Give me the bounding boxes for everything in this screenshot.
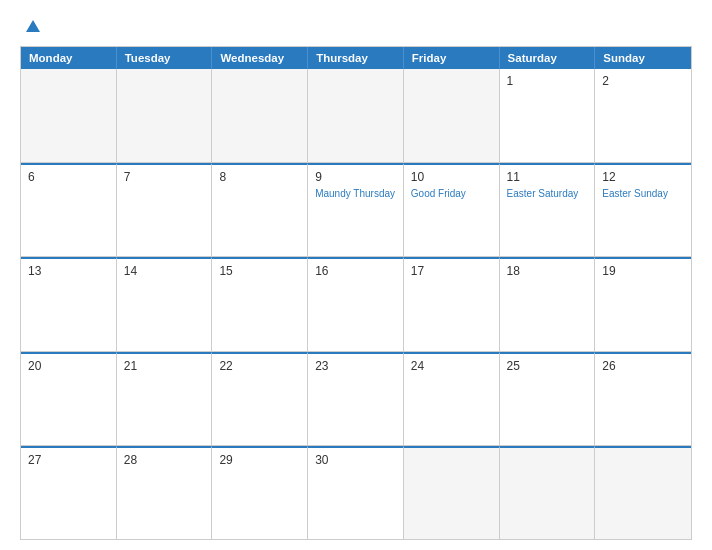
page: MondayTuesdayWednesdayThursdayFridaySatu… (0, 0, 712, 550)
calendar-body: 126789Maundy Thursday10Good Friday11East… (21, 69, 691, 539)
date-number: 21 (124, 359, 205, 373)
date-number: 12 (602, 170, 684, 184)
col-header-friday: Friday (404, 47, 500, 69)
date-number: 19 (602, 264, 684, 278)
cal-cell: 23 (308, 352, 404, 445)
col-header-saturday: Saturday (500, 47, 596, 69)
cal-cell: 8 (212, 163, 308, 256)
date-number: 30 (315, 453, 396, 467)
cal-cell: 24 (404, 352, 500, 445)
cal-cell (308, 69, 404, 162)
date-number: 6 (28, 170, 109, 184)
date-number: 11 (507, 170, 588, 184)
calendar-header: MondayTuesdayWednesdayThursdayFridaySatu… (21, 47, 691, 69)
cal-cell: 28 (117, 446, 213, 539)
cal-cell (595, 446, 691, 539)
cal-cell (212, 69, 308, 162)
date-number: 20 (28, 359, 109, 373)
cal-cell: 6 (21, 163, 117, 256)
svg-marker-0 (26, 20, 40, 32)
cal-cell: 18 (500, 257, 596, 350)
logo-icon (24, 18, 42, 36)
week-row-3: 20212223242526 (21, 352, 691, 446)
date-number: 24 (411, 359, 492, 373)
cal-cell (21, 69, 117, 162)
date-number: 14 (124, 264, 205, 278)
holiday-label: Good Friday (411, 187, 492, 200)
cal-cell: 16 (308, 257, 404, 350)
cal-cell: 19 (595, 257, 691, 350)
cal-cell: 2 (595, 69, 691, 162)
date-number: 9 (315, 170, 396, 184)
cal-cell: 22 (212, 352, 308, 445)
date-number: 1 (507, 74, 588, 88)
cal-cell: 21 (117, 352, 213, 445)
cal-cell: 10Good Friday (404, 163, 500, 256)
calendar: MondayTuesdayWednesdayThursdayFridaySatu… (20, 46, 692, 540)
week-row-2: 13141516171819 (21, 257, 691, 351)
date-number: 16 (315, 264, 396, 278)
cal-cell: 30 (308, 446, 404, 539)
cal-cell: 11Easter Saturday (500, 163, 596, 256)
date-number: 10 (411, 170, 492, 184)
week-row-4: 27282930 (21, 446, 691, 539)
date-number: 2 (602, 74, 684, 88)
date-number: 7 (124, 170, 205, 184)
date-number: 8 (219, 170, 300, 184)
date-number: 17 (411, 264, 492, 278)
cal-cell: 15 (212, 257, 308, 350)
cal-cell: 25 (500, 352, 596, 445)
cal-cell (500, 446, 596, 539)
cal-cell (404, 446, 500, 539)
date-number: 22 (219, 359, 300, 373)
cal-cell: 1 (500, 69, 596, 162)
holiday-label: Easter Saturday (507, 187, 588, 200)
col-header-wednesday: Wednesday (212, 47, 308, 69)
cal-cell: 17 (404, 257, 500, 350)
cal-cell: 14 (117, 257, 213, 350)
date-number: 27 (28, 453, 109, 467)
date-number: 13 (28, 264, 109, 278)
cal-cell: 9Maundy Thursday (308, 163, 404, 256)
week-row-0: 12 (21, 69, 691, 163)
col-header-tuesday: Tuesday (117, 47, 213, 69)
cal-cell: 26 (595, 352, 691, 445)
cal-cell: 27 (21, 446, 117, 539)
date-number: 26 (602, 359, 684, 373)
date-number: 29 (219, 453, 300, 467)
date-number: 28 (124, 453, 205, 467)
date-number: 18 (507, 264, 588, 278)
col-header-sunday: Sunday (595, 47, 691, 69)
cal-cell (404, 69, 500, 162)
cal-cell: 7 (117, 163, 213, 256)
week-row-1: 6789Maundy Thursday10Good Friday11Easter… (21, 163, 691, 257)
cal-cell: 20 (21, 352, 117, 445)
holiday-label: Maundy Thursday (315, 187, 396, 200)
logo (20, 18, 42, 36)
date-number: 15 (219, 264, 300, 278)
cal-cell: 13 (21, 257, 117, 350)
date-number: 23 (315, 359, 396, 373)
cal-cell: 12Easter Sunday (595, 163, 691, 256)
header (20, 18, 692, 36)
holiday-label: Easter Sunday (602, 187, 684, 200)
date-number: 25 (507, 359, 588, 373)
cal-cell: 29 (212, 446, 308, 539)
col-header-monday: Monday (21, 47, 117, 69)
col-header-thursday: Thursday (308, 47, 404, 69)
cal-cell (117, 69, 213, 162)
